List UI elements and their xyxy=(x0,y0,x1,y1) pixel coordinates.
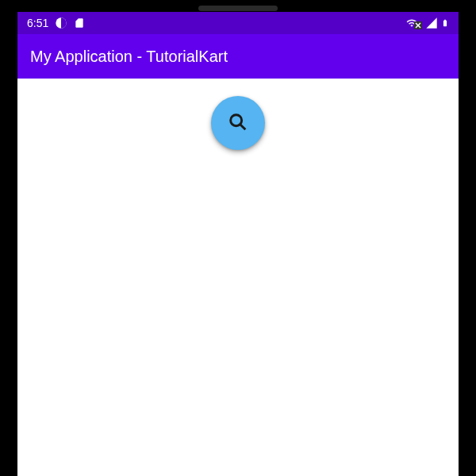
search-icon xyxy=(227,111,249,136)
phone-frame: 6:51 xyxy=(0,0,476,476)
screen: 6:51 xyxy=(17,12,459,476)
battery-icon xyxy=(441,17,449,29)
status-bar: 6:51 xyxy=(17,12,459,34)
status-right xyxy=(405,17,449,29)
wifi-icon xyxy=(405,17,422,29)
search-fab[interactable] xyxy=(211,96,265,150)
app-bar: My Application - TutorialKart xyxy=(17,34,459,79)
status-clock: 6:51 xyxy=(27,17,48,29)
status-left: 6:51 xyxy=(27,17,85,29)
signal-icon xyxy=(425,17,438,29)
svg-line-3 xyxy=(240,124,245,129)
main-content xyxy=(17,79,459,476)
phone-speaker xyxy=(198,6,278,11)
sync-icon xyxy=(55,17,67,29)
sd-card-icon xyxy=(74,17,85,29)
app-title: My Application - TutorialKart xyxy=(30,48,228,66)
svg-point-2 xyxy=(231,114,242,125)
